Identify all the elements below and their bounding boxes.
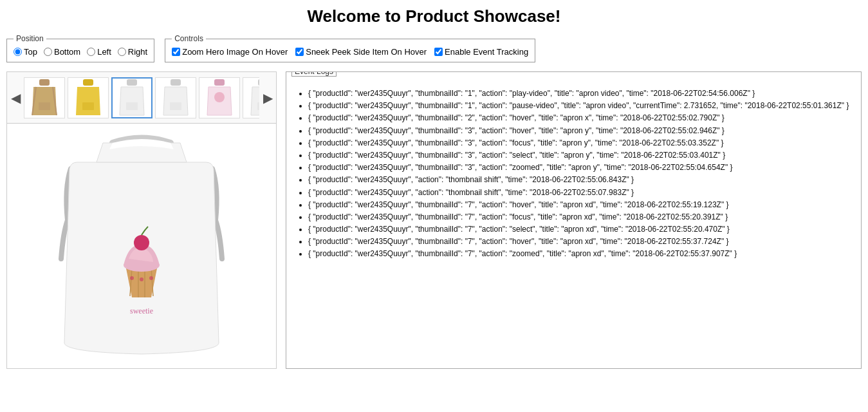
event-log-item-0: { "productId": "wer2435Quuyr", "thumbnai… [308,88,853,100]
sneek-peek-checkbox[interactable] [295,48,304,56]
svg-rect-10 [214,79,225,86]
sneek-peek-text: Sneek Peek Side Item On Hover [306,47,427,57]
thumb-apron-svg-1 [28,79,60,117]
position-fieldset: Position Top Bottom Left Right [6,34,154,62]
event-log-item-12: { "productId": "wer2435Quuyr", "thumbnai… [308,236,853,248]
event-log-item-5: { "productId": "wer2435Quuyr", "thumbnai… [308,149,853,162]
position-bottom-radio[interactable] [44,48,52,56]
thumbs-container [24,77,259,118]
position-left-label[interactable]: Left [87,47,111,57]
controls-row: Position Top Bottom Left Right Controls [6,34,862,62]
controls-checkbox-group: Zoom Hero Image On Hover Sneek Peek Side… [172,47,528,57]
event-log-item-4: { "productId": "wer2435Quuyr", "thumbnai… [308,137,853,149]
svg-rect-9 [170,102,181,110]
event-tracking-text: Enable Event Tracking [445,47,528,57]
svg-rect-8 [171,79,181,86]
svg-rect-0 [39,79,50,86]
event-log-item-6: { "productId": "wer2435Quuyr", "thumbnai… [308,162,853,174]
thumb-apron-svg-5 [203,79,235,117]
svg-text:sweetie: sweetie [130,306,153,315]
next-arrow[interactable]: ▶ [259,90,276,106]
event-log-title: Event Logs [291,71,337,77]
zoom-hero-label[interactable]: Zoom Hero Image On Hover [172,47,288,57]
thumbnail-strip: ◀ [7,72,276,124]
position-top-text: Top [24,47,37,57]
event-log-panel: Event Logs { "productId": "wer2435Quuyr"… [286,71,862,369]
event-tracking-checkbox[interactable] [434,48,443,56]
svg-rect-5 [82,102,94,110]
svg-point-19 [134,235,149,250]
event-log-list: { "productId": "wer2435Quuyr", "thumbnai… [294,88,853,261]
main-apron-svg: sweetie [58,130,225,362]
position-left-radio[interactable] [87,48,95,56]
event-log-item-10: { "productId": "wer2435Quuyr", "thumbnai… [308,211,853,223]
thumbnail-4[interactable] [155,77,196,118]
svg-rect-6 [127,79,137,86]
thumb-apron-svg-2 [72,79,104,117]
thumbnail-6[interactable] [243,77,259,118]
product-panel: ◀ [6,71,277,369]
event-log-item-9: { "productId": "wer2435Quuyr", "thumbnai… [308,199,853,211]
position-legend: Position [14,34,46,43]
event-log-item-1: { "productId": "wer2435Quuyr", "thumbnai… [308,100,853,112]
svg-rect-1 [39,102,50,110]
sneek-peek-label[interactable]: Sneek Peek Side Item On Hover [295,47,427,57]
prev-arrow[interactable]: ◀ [7,90,24,106]
position-top-label[interactable]: Top [14,47,37,57]
svg-rect-4 [83,79,93,86]
position-bottom-text: Bottom [54,47,80,57]
position-radio-group: Top Bottom Left Right [14,47,147,57]
event-log-item-13: { "productId": "wer2435Quuyr", "thumbnai… [308,248,853,260]
svg-point-21 [140,277,143,281]
svg-rect-12 [258,79,259,86]
position-left-text: Left [97,47,111,57]
position-right-text: Right [128,47,147,57]
thumb-apron-svg-6 [247,79,259,117]
main-image-area: sweetie [7,124,276,368]
thumb-apron-svg-3 [116,79,148,117]
controls-legend: Controls [172,34,206,43]
controls-fieldset: Controls Zoom Hero Image On Hover Sneek … [165,34,535,62]
event-log-item-8: { "productId": "wer2435Quuyr", "action":… [308,187,853,199]
event-tracking-label[interactable]: Enable Event Tracking [434,47,528,57]
event-log-item-3: { "productId": "wer2435Quuyr", "thumbnai… [308,125,853,137]
event-log-item-11: { "productId": "wer2435Quuyr", "thumbnai… [308,223,853,236]
position-right-radio[interactable] [118,48,126,56]
event-log-item-7: { "productId": "wer2435Quuyr", "action":… [308,174,853,186]
position-top-radio[interactable] [14,48,22,56]
svg-point-22 [149,276,153,280]
thumbnail-2[interactable] [68,77,109,118]
zoom-hero-text: Zoom Hero Image On Hover [182,47,288,57]
position-right-label[interactable]: Right [118,47,147,57]
thumb-apron-svg-4 [160,79,192,117]
thumbnail-1[interactable] [24,77,65,118]
zoom-hero-checkbox[interactable] [172,48,180,56]
svg-point-11 [214,92,225,102]
svg-rect-7 [126,102,138,110]
thumbnail-5[interactable] [199,77,240,118]
position-bottom-label[interactable]: Bottom [44,47,80,57]
thumbnail-3[interactable] [111,77,152,118]
main-content: ◀ [6,71,862,369]
event-log-item-2: { "productId": "wer2435Quuyr", "thumbnai… [308,112,853,124]
page-title: Welcome to Product Showcase! [6,6,862,26]
svg-point-20 [130,276,134,280]
